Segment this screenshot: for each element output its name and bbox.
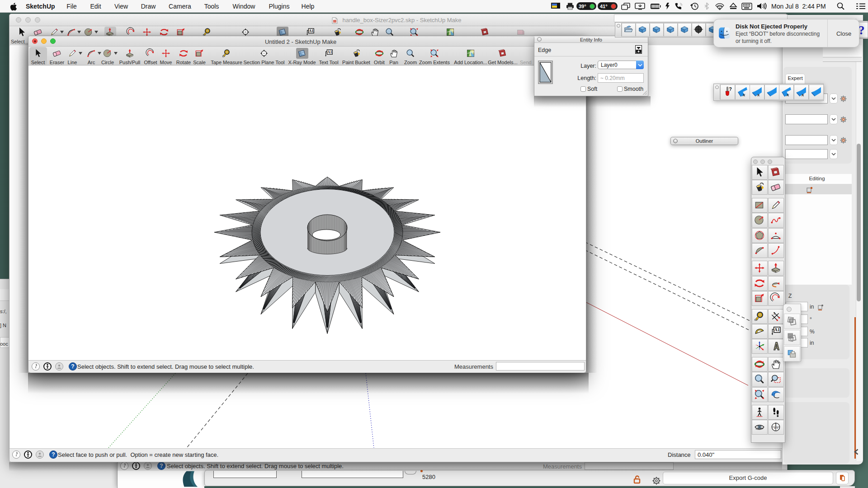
svg-text:B: B <box>776 427 778 430</box>
svg-text:A: A <box>774 427 775 430</box>
svg-text:x: x <box>757 92 760 97</box>
svg-text:A1: A1 <box>774 327 779 332</box>
svg-text:x: x <box>801 92 804 97</box>
svg-text:?: ? <box>729 86 732 92</box>
svg-text:3: 3 <box>773 311 775 315</box>
svg-text:x: x <box>786 92 789 97</box>
svg-text:C: C <box>775 425 777 427</box>
svg-text:A1: A1 <box>309 29 313 33</box>
svg-text:x: x <box>742 92 745 97</box>
svg-text:A1: A1 <box>327 50 332 54</box>
